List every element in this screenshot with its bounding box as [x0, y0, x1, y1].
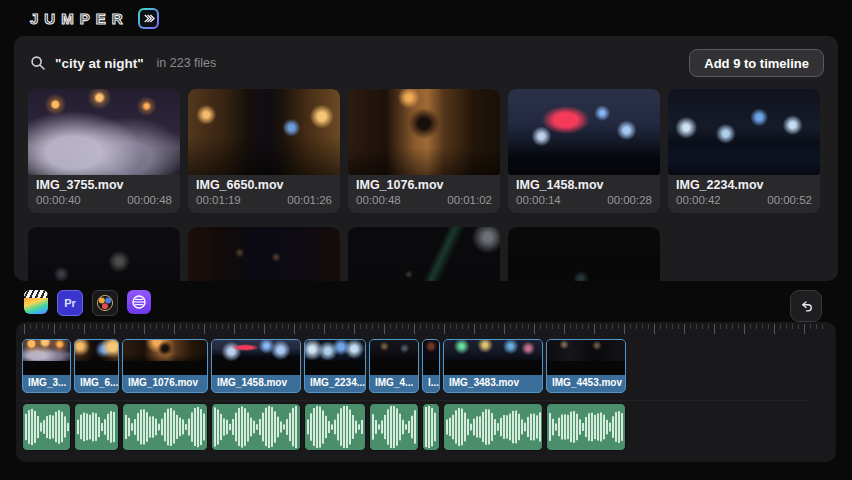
clip-label: IMG_3483.mov [444, 375, 542, 392]
timeline-video-clip[interactable]: IMG_1076.mov [122, 339, 208, 393]
clip-thumbnail [348, 227, 500, 281]
timeline-video-clip[interactable]: IMG_4... [369, 339, 419, 393]
clip-filmstrip [123, 340, 207, 361]
clip-start-timecode: 00:00:48 [356, 194, 401, 206]
clip-body [370, 361, 418, 375]
clip-thumbnail [188, 227, 340, 281]
result-card-partial[interactable] [508, 227, 660, 281]
clip-body [305, 361, 365, 375]
app-logo: JUMPER [30, 8, 159, 29]
clip-filmstrip [75, 340, 118, 361]
clip-end-timecode: 00:00:48 [127, 194, 172, 206]
track-divider [20, 400, 808, 401]
clip-label: I... [423, 375, 439, 392]
clip-filmstrip [370, 340, 418, 361]
clip-thumbnail [28, 89, 180, 175]
clip-label: IMG_6... [75, 375, 118, 392]
clip-filename: IMG_2234.mov [668, 175, 820, 192]
timeline-audio-clip[interactable] [122, 403, 208, 451]
clip-label: IMG_3... [23, 375, 70, 392]
timeline-audio-clip[interactable] [369, 403, 419, 451]
clip-thumbnail [668, 89, 820, 175]
clip-filmstrip [23, 340, 70, 361]
clip-thumbnail [28, 227, 180, 281]
timeline-audio-clip[interactable] [22, 403, 71, 451]
clip-filename: IMG_1076.mov [348, 175, 500, 192]
result-card[interactable]: IMG_1076.mov 00:00:48 00:01:02 [348, 89, 500, 213]
clip-body [444, 361, 542, 375]
result-card-partial[interactable] [188, 227, 340, 281]
clip-end-timecode: 00:00:28 [607, 194, 652, 206]
clip-thumbnail [508, 89, 660, 175]
clip-filmstrip [444, 340, 542, 361]
clip-filename: IMG_6650.mov [188, 175, 340, 192]
clip-filename: IMG_3755.mov [28, 175, 180, 192]
premiere-pro-label: Pr [64, 297, 76, 309]
clip-filmstrip [305, 340, 365, 361]
audio-track [22, 403, 626, 451]
clip-end-timecode: 00:01:02 [447, 194, 492, 206]
timeline-video-clip[interactable]: IMG_1458.mov [211, 339, 301, 393]
clip-body [423, 361, 439, 375]
clip-start-timecode: 00:01:19 [196, 194, 241, 206]
timeline-audio-clip[interactable] [422, 403, 440, 451]
timeline-video-clip[interactable]: IMG_3483.mov [443, 339, 543, 393]
search-query-text: "city at night" [55, 56, 144, 71]
clip-start-timecode: 00:00:42 [676, 194, 721, 206]
avid-media-composer-icon[interactable] [127, 290, 151, 314]
clip-body [212, 361, 300, 375]
timeline-ruler[interactable] [24, 324, 828, 336]
clip-body [75, 361, 118, 375]
timeline-audio-clip[interactable] [443, 403, 543, 451]
logo-wordmark: JUMPER [30, 10, 129, 27]
result-card[interactable]: IMG_1458.mov 00:00:14 00:00:28 [508, 89, 660, 213]
timeline-video-clip[interactable]: IMG_2234.... [304, 339, 366, 393]
clip-filmstrip [547, 340, 625, 361]
result-card[interactable]: IMG_3755.mov 00:00:40 00:00:48 [28, 89, 180, 213]
clip-filmstrip [423, 340, 439, 361]
clip-label: IMG_4... [370, 375, 418, 392]
clip-body [123, 361, 207, 375]
undo-arrow-icon [798, 298, 815, 315]
result-card[interactable]: IMG_6650.mov 00:01:19 00:01:26 [188, 89, 340, 213]
timeline-video-clip[interactable]: IMG_6... [74, 339, 119, 393]
clip-label: IMG_2234.... [305, 375, 365, 392]
clip-body [23, 361, 70, 375]
result-card-partial[interactable] [28, 227, 180, 281]
clip-thumbnail [508, 227, 660, 281]
search-results-panel: "city at night" in 223 files Add 9 to ti… [14, 36, 838, 281]
result-card[interactable]: IMG_2234.mov 00:00:42 00:00:52 [668, 89, 820, 213]
results-grid: IMG_3755.mov 00:00:40 00:00:48 IMG_6650.… [14, 89, 838, 281]
davinci-resolve-icon[interactable] [92, 290, 118, 316]
timeline-audio-clip[interactable] [211, 403, 301, 451]
clip-end-timecode: 00:01:26 [287, 194, 332, 206]
timeline-video-clip[interactable]: IMG_4453.mov [546, 339, 626, 393]
clip-start-timecode: 00:00:14 [516, 194, 561, 206]
clip-label: IMG_1076.mov [123, 375, 207, 392]
search-result-count: in 223 files [157, 56, 217, 70]
result-card-partial[interactable] [348, 227, 500, 281]
clip-body [547, 361, 625, 375]
clip-filename: IMG_1458.mov [508, 175, 660, 192]
clip-label: IMG_4453.mov [547, 375, 625, 392]
clip-filmstrip [212, 340, 300, 361]
timeline-video-clip[interactable]: I... [422, 339, 440, 393]
timeline-video-clip[interactable]: IMG_3... [22, 339, 71, 393]
timeline-panel: IMG_3... IMG_6... IMG_1076.mov IMG_1458.… [16, 322, 836, 462]
export-apps-row: Pr [24, 290, 151, 316]
final-cut-pro-icon[interactable] [24, 290, 48, 314]
video-track: IMG_3... IMG_6... IMG_1076.mov IMG_1458.… [22, 339, 626, 393]
timeline-audio-clip[interactable] [546, 403, 626, 451]
clip-label: IMG_1458.mov [212, 375, 300, 392]
timeline-audio-clip[interactable] [74, 403, 119, 451]
clip-end-timecode: 00:00:52 [767, 194, 812, 206]
clip-start-timecode: 00:00:40 [36, 194, 81, 206]
jumper-logo-icon [138, 8, 159, 29]
clip-thumbnail [188, 89, 340, 175]
premiere-pro-icon[interactable]: Pr [57, 290, 83, 316]
clip-thumbnail [348, 89, 500, 175]
add-to-timeline-button[interactable]: Add 9 to timeline [689, 49, 824, 77]
search-bar[interactable]: "city at night" in 223 files Add 9 to ti… [14, 36, 838, 89]
undo-button[interactable] [790, 290, 822, 322]
timeline-audio-clip[interactable] [304, 403, 366, 451]
